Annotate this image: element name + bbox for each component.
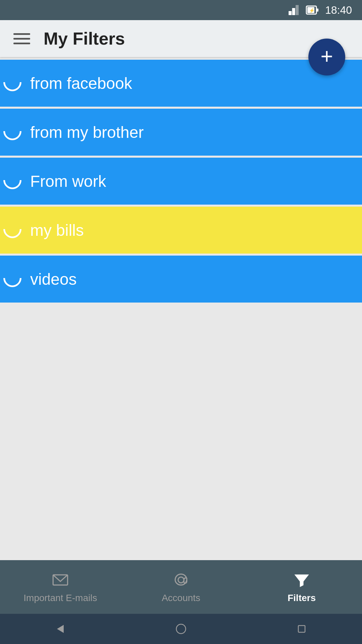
filter-item[interactable]: from my brother xyxy=(0,109,362,156)
at-icon xyxy=(172,571,190,589)
filter-color-icon xyxy=(3,269,23,289)
filter-label: videos xyxy=(30,270,77,288)
filter-color-icon xyxy=(3,171,23,191)
envelope-icon xyxy=(51,571,70,589)
add-filter-button[interactable]: + xyxy=(308,39,345,75)
svg-text:⚡: ⚡ xyxy=(309,8,314,13)
battery-icon: ⚡ xyxy=(306,4,319,16)
nav-label-filters: Filters xyxy=(288,593,316,603)
svg-marker-2 xyxy=(296,5,299,15)
back-button[interactable] xyxy=(50,619,70,639)
filter-item[interactable]: From work xyxy=(0,158,362,205)
svg-point-10 xyxy=(176,624,186,634)
filter-color-icon xyxy=(3,220,23,240)
filter-funnel-icon xyxy=(292,571,311,589)
system-navigation xyxy=(0,614,362,644)
menu-button[interactable] xyxy=(13,33,30,44)
svg-marker-1 xyxy=(292,8,295,15)
svg-rect-4 xyxy=(316,9,318,12)
filter-item[interactable]: my bills xyxy=(0,207,362,254)
recents-button[interactable] xyxy=(292,619,312,639)
filter-label: from my brother xyxy=(30,123,144,142)
svg-marker-9 xyxy=(57,625,64,633)
app-bar: My Filters + xyxy=(0,20,362,57)
home-button[interactable] xyxy=(171,619,191,639)
svg-marker-0 xyxy=(289,11,292,15)
nav-label-important-emails: Important E-mails xyxy=(23,593,97,603)
nav-item-important-emails[interactable]: Important E-mails xyxy=(0,571,121,603)
status-time: 18:40 xyxy=(325,4,352,16)
filter-list: from facebook from my brother From work … xyxy=(0,60,362,303)
status-icons: ⚡ 18:40 xyxy=(288,4,352,16)
nav-item-filters[interactable]: Filters xyxy=(241,571,362,603)
nav-label-accounts: Accounts xyxy=(162,593,200,603)
svg-rect-11 xyxy=(298,626,305,632)
filter-label: from facebook xyxy=(30,74,132,93)
signal-icon xyxy=(288,4,300,16)
bottom-navigation: Important E-mails Accounts Filters xyxy=(0,560,362,614)
page-title: My Filters xyxy=(44,29,125,49)
nav-item-accounts[interactable]: Accounts xyxy=(121,571,241,603)
filter-label: From work xyxy=(30,172,106,191)
filter-color-icon xyxy=(3,73,23,93)
filter-color-icon xyxy=(3,122,23,142)
plus-icon: + xyxy=(320,46,333,67)
svg-point-8 xyxy=(178,577,184,583)
filter-item[interactable]: videos xyxy=(0,256,362,303)
status-bar: ⚡ 18:40 xyxy=(0,0,362,20)
filter-item[interactable]: from facebook xyxy=(0,60,362,107)
filter-label: my bills xyxy=(30,221,84,239)
